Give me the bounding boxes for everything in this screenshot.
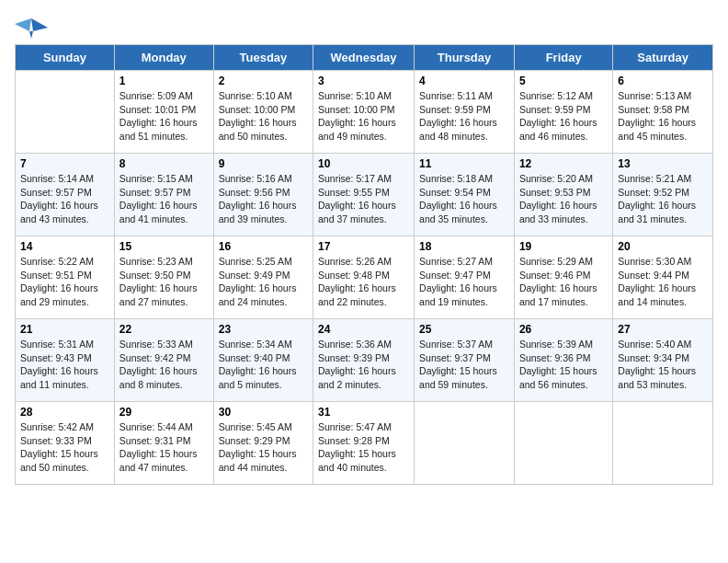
day-number: 5 — [519, 75, 608, 87]
calendar-table: SundayMondayTuesdayWednesdayThursdayFrid… — [15, 44, 713, 485]
day-number: 2 — [219, 75, 308, 87]
weekday-header: Saturday — [613, 45, 713, 71]
weekday-header: Thursday — [415, 45, 515, 71]
day-info: Sunrise: 5:26 AMSunset: 9:48 PMDaylight:… — [318, 255, 409, 309]
day-number: 19 — [519, 240, 608, 253]
day-number: 28 — [20, 406, 109, 419]
svg-marker-2 — [29, 31, 33, 39]
logo — [15, 15, 50, 40]
day-number: 30 — [219, 406, 308, 419]
day-info: Sunrise: 5:47 AMSunset: 9:28 PMDaylight:… — [318, 420, 409, 475]
day-info: Sunrise: 5:42 AMSunset: 9:33 PMDaylight:… — [20, 420, 109, 475]
calendar-cell: 25Sunrise: 5:37 AMSunset: 9:37 PMDayligh… — [415, 319, 515, 402]
calendar-cell: 19Sunrise: 5:29 AMSunset: 9:46 PMDayligh… — [514, 236, 612, 319]
calendar-cell: 27Sunrise: 5:40 AMSunset: 9:34 PMDayligh… — [613, 319, 713, 402]
calendar-cell: 8Sunrise: 5:15 AMSunset: 9:57 PMDaylight… — [114, 154, 213, 236]
day-info: Sunrise: 5:20 AMSunset: 9:53 PMDaylight:… — [519, 172, 608, 226]
weekday-header: Tuesday — [213, 45, 313, 71]
calendar-header: SundayMondayTuesdayWednesdayThursdayFrid… — [16, 45, 713, 71]
calendar-cell: 11Sunrise: 5:18 AMSunset: 9:54 PMDayligh… — [415, 154, 515, 236]
day-number: 11 — [419, 157, 509, 170]
day-number: 21 — [20, 323, 109, 336]
day-number: 27 — [618, 323, 708, 336]
calendar-cell: 18Sunrise: 5:27 AMSunset: 9:47 PMDayligh… — [415, 236, 515, 319]
day-info: Sunrise: 5:39 AMSunset: 9:36 PMDaylight:… — [519, 338, 608, 392]
svg-marker-0 — [31, 18, 48, 31]
day-number: 10 — [318, 157, 409, 170]
day-info: Sunrise: 5:45 AMSunset: 9:29 PMDaylight:… — [219, 420, 308, 475]
day-number: 7 — [20, 157, 109, 170]
calendar-cell: 16Sunrise: 5:25 AMSunset: 9:49 PMDayligh… — [213, 236, 313, 319]
calendar-cell: 28Sunrise: 5:42 AMSunset: 9:33 PMDayligh… — [16, 402, 115, 485]
day-number: 9 — [219, 157, 308, 170]
calendar-cell: 2Sunrise: 5:10 AMSunset: 10:00 PMDayligh… — [213, 71, 313, 154]
day-info: Sunrise: 5:27 AMSunset: 9:47 PMDaylight:… — [419, 255, 509, 309]
day-info: Sunrise: 5:18 AMSunset: 9:54 PMDaylight:… — [419, 172, 509, 226]
calendar-cell: 13Sunrise: 5:21 AMSunset: 9:52 PMDayligh… — [613, 154, 713, 236]
calendar-cell: 31Sunrise: 5:47 AMSunset: 9:28 PMDayligh… — [313, 402, 415, 485]
day-number: 23 — [219, 323, 308, 336]
day-info: Sunrise: 5:12 AMSunset: 9:59 PMDaylight:… — [519, 89, 608, 144]
calendar-cell: 7Sunrise: 5:14 AMSunset: 9:57 PMDaylight… — [16, 154, 115, 236]
day-info: Sunrise: 5:37 AMSunset: 9:37 PMDaylight:… — [419, 338, 509, 392]
calendar-cell — [613, 402, 713, 485]
day-number: 4 — [419, 75, 509, 87]
weekday-header: Sunday — [16, 45, 115, 71]
day-number: 18 — [419, 240, 509, 253]
day-number: 24 — [318, 323, 409, 336]
calendar-cell: 5Sunrise: 5:12 AMSunset: 9:59 PMDaylight… — [514, 71, 612, 154]
day-info: Sunrise: 5:23 AMSunset: 9:50 PMDaylight:… — [119, 255, 209, 309]
page-header — [15, 15, 713, 40]
calendar-cell: 24Sunrise: 5:36 AMSunset: 9:39 PMDayligh… — [313, 319, 415, 402]
logo-icon — [15, 15, 48, 40]
day-info: Sunrise: 5:44 AMSunset: 9:31 PMDaylight:… — [119, 420, 209, 475]
day-info: Sunrise: 5:10 AMSunset: 10:00 PMDaylight… — [318, 89, 409, 144]
day-number: 31 — [318, 406, 409, 419]
day-number: 15 — [119, 240, 209, 253]
calendar-cell: 15Sunrise: 5:23 AMSunset: 9:50 PMDayligh… — [114, 236, 213, 319]
day-number: 8 — [119, 157, 209, 170]
day-info: Sunrise: 5:13 AMSunset: 9:58 PMDaylight:… — [618, 89, 708, 144]
calendar-cell: 6Sunrise: 5:13 AMSunset: 9:58 PMDaylight… — [613, 71, 713, 154]
day-info: Sunrise: 5:10 AMSunset: 10:00 PMDaylight… — [219, 89, 308, 144]
calendar-cell: 4Sunrise: 5:11 AMSunset: 9:59 PMDaylight… — [415, 71, 515, 154]
calendar-cell: 12Sunrise: 5:20 AMSunset: 9:53 PMDayligh… — [514, 154, 612, 236]
day-info: Sunrise: 5:09 AMSunset: 10:01 PMDaylight… — [119, 89, 209, 144]
day-number: 6 — [618, 75, 708, 87]
calendar-cell: 23Sunrise: 5:34 AMSunset: 9:40 PMDayligh… — [213, 319, 313, 402]
calendar-cell: 26Sunrise: 5:39 AMSunset: 9:36 PMDayligh… — [514, 319, 612, 402]
day-info: Sunrise: 5:33 AMSunset: 9:42 PMDaylight:… — [119, 338, 209, 392]
weekday-header: Wednesday — [313, 45, 415, 71]
day-number: 22 — [119, 323, 209, 336]
calendar-cell: 3Sunrise: 5:10 AMSunset: 10:00 PMDayligh… — [313, 71, 415, 154]
day-info: Sunrise: 5:36 AMSunset: 9:39 PMDaylight:… — [318, 338, 409, 392]
day-info: Sunrise: 5:30 AMSunset: 9:44 PMDaylight:… — [618, 255, 708, 309]
calendar-cell: 22Sunrise: 5:33 AMSunset: 9:42 PMDayligh… — [114, 319, 213, 402]
calendar-cell: 9Sunrise: 5:16 AMSunset: 9:56 PMDaylight… — [213, 154, 313, 236]
calendar-cell — [16, 71, 115, 154]
day-info: Sunrise: 5:25 AMSunset: 9:49 PMDaylight:… — [219, 255, 308, 309]
calendar-cell: 21Sunrise: 5:31 AMSunset: 9:43 PMDayligh… — [16, 319, 115, 402]
day-info: Sunrise: 5:21 AMSunset: 9:52 PMDaylight:… — [618, 172, 708, 226]
day-number: 16 — [219, 240, 308, 253]
day-number: 12 — [519, 157, 608, 170]
calendar-cell: 1Sunrise: 5:09 AMSunset: 10:01 PMDayligh… — [114, 71, 213, 154]
weekday-header: Monday — [114, 45, 213, 71]
day-number: 1 — [119, 75, 209, 87]
calendar-cell: 17Sunrise: 5:26 AMSunset: 9:48 PMDayligh… — [313, 236, 415, 319]
day-info: Sunrise: 5:40 AMSunset: 9:34 PMDaylight:… — [618, 338, 708, 392]
weekday-header: Friday — [514, 45, 612, 71]
calendar-cell: 10Sunrise: 5:17 AMSunset: 9:55 PMDayligh… — [313, 154, 415, 236]
calendar-cell — [415, 402, 515, 485]
day-info: Sunrise: 5:29 AMSunset: 9:46 PMDaylight:… — [519, 255, 608, 309]
day-number: 3 — [318, 75, 409, 87]
calendar-cell: 20Sunrise: 5:30 AMSunset: 9:44 PMDayligh… — [613, 236, 713, 319]
day-number: 26 — [519, 323, 608, 336]
day-info: Sunrise: 5:16 AMSunset: 9:56 PMDaylight:… — [219, 172, 308, 226]
day-info: Sunrise: 5:14 AMSunset: 9:57 PMDaylight:… — [20, 172, 109, 226]
day-number: 14 — [20, 240, 109, 253]
day-number: 29 — [119, 406, 209, 419]
calendar-body: 1Sunrise: 5:09 AMSunset: 10:01 PMDayligh… — [16, 71, 713, 485]
day-info: Sunrise: 5:17 AMSunset: 9:55 PMDaylight:… — [318, 172, 409, 226]
day-info: Sunrise: 5:34 AMSunset: 9:40 PMDaylight:… — [219, 338, 308, 392]
